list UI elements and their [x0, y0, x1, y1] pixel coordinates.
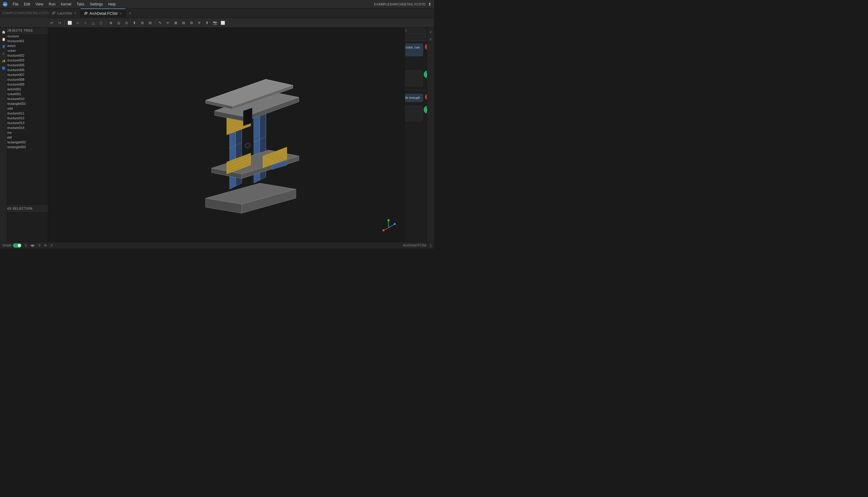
- status-page-num: 1: [430, 244, 432, 247]
- tree-item-label-16: Structure011: [5, 111, 24, 115]
- toolbar-sep-1: [65, 20, 65, 26]
- selection-label: NO SELECTION: [6, 207, 32, 210]
- tab-archdetail[interactable]: 🗗 ArchDetail.FCStd ✕: [81, 9, 126, 18]
- toolbar-copy[interactable]: ⧉: [139, 19, 146, 27]
- tree-item-label-4: Structure002: [5, 54, 24, 57]
- tab-launcher-icon: 🗗: [52, 11, 55, 15]
- status-num-1: 0: [25, 244, 27, 247]
- left-panel: ▼ OBJECTS TREE ›Structure›Structure001›S…: [0, 28, 48, 242]
- menu-bar: File Edit View Run Kernel Tabs Settings …: [10, 1, 118, 7]
- tree-item-label-14: Rectangle001: [5, 102, 26, 105]
- toolbar-paste[interactable]: ⊞: [146, 19, 154, 27]
- toolbar-triangle[interactable]: △: [89, 19, 97, 27]
- toolbar-snap2[interactable]: ◎: [115, 19, 122, 27]
- menu-view[interactable]: View: [33, 1, 46, 7]
- mode-label: Simple: [2, 244, 12, 247]
- sidebar-icon-fx[interactable]: ✨: [1, 58, 6, 64]
- right-icon-upload[interactable]: ⬆: [428, 29, 434, 35]
- sidebar-icon-home[interactable]: 🏠: [1, 29, 6, 35]
- tree-item-label-1: Structure001: [5, 39, 24, 43]
- building-model-svg: [166, 36, 335, 222]
- axes-indicator: [381, 218, 396, 233]
- svg-point-51: [382, 229, 384, 231]
- title-bar-right: EXAMPLES/ARCHDETAIL.FCSTD ⬆: [374, 2, 432, 6]
- toolbar-up[interactable]: ⬆: [204, 19, 211, 27]
- left-sidebar-icons: 🏠 📋 👤 ☰ ✨ 🔵: [0, 28, 7, 242]
- share-button[interactable]: ⬆: [428, 2, 432, 6]
- toolbar-select[interactable]: ⬜: [219, 19, 226, 27]
- toolbar-box2[interactable]: ▭: [74, 19, 81, 27]
- tree-item-label-19: Structure014: [5, 126, 24, 129]
- tree-item-label-6: Structure005: [5, 63, 24, 67]
- add-tab-button[interactable]: +: [126, 11, 135, 16]
- tree-item-label-7: Structure006: [5, 68, 24, 72]
- tree-item-label-22: Rectangle002: [5, 140, 26, 144]
- svg-marker-40: [243, 108, 252, 126]
- sidebar-icon-list[interactable]: ☰: [1, 51, 6, 57]
- toolbar-snap3[interactable]: ⊙: [123, 19, 130, 27]
- menu-settings[interactable]: Settings: [87, 1, 105, 7]
- toolbar-redo[interactable]: ↪: [56, 19, 63, 27]
- sidebar-icon-tree[interactable]: 📋: [1, 36, 6, 42]
- objects-tree-label: OBJECTS TREE: [6, 29, 33, 32]
- mode-toggle[interactable]: Simple: [2, 243, 22, 247]
- toolbar: ↩ ↪ ⬜ ▭ ○ △ ⬡ ⊕ ◎ ⊙ ⬆ ⧉ ⊞ ✎ ✏ ⊠ ⊞ ⚙ ✛ ⬆ …: [0, 18, 434, 28]
- app-logo: FC: [2, 1, 8, 7]
- toolbar-move[interactable]: ✛: [196, 19, 203, 27]
- tree-item-label-23: Rectangle003: [5, 145, 26, 149]
- right-sidebar-icons: ⬆ ⚙: [427, 28, 434, 242]
- tree-item-label-18: Structure013: [5, 121, 24, 125]
- toggle-thumb: [18, 244, 21, 247]
- tree-item-label-17: Structure012: [5, 116, 24, 120]
- tree-item-label-12: Pocket001: [5, 92, 21, 96]
- toolbar-pen[interactable]: ✎: [156, 19, 164, 27]
- tree-item-label-10: Structure009: [5, 83, 24, 86]
- svg-text:FC: FC: [4, 3, 7, 6]
- menu-run[interactable]: Run: [46, 1, 58, 7]
- menu-help[interactable]: Help: [106, 1, 118, 7]
- menu-tabs[interactable]: Tabs: [74, 1, 87, 7]
- status-refresh-icon[interactable]: ↺: [50, 244, 53, 247]
- tab-bar: EXAMPLES/ARCHDETAIL.FCSTD 🗗 Launcher ✕ 🗗…: [0, 9, 434, 18]
- tab-launcher-label: Launcher: [57, 11, 72, 15]
- toolbar-box[interactable]: ⬜: [66, 19, 73, 27]
- toolbar-undo[interactable]: ↩: [48, 19, 55, 27]
- menu-kernel[interactable]: Kernel: [58, 1, 74, 7]
- tab-launcher[interactable]: 🗗 Launcher ✕: [48, 9, 81, 18]
- tree-item-label-9: Structure008: [5, 78, 24, 81]
- menu-file[interactable]: File: [10, 1, 21, 7]
- svg-point-49: [388, 219, 390, 222]
- toolbar-circle[interactable]: ○: [82, 19, 89, 27]
- toolbar-grid[interactable]: ⊞: [180, 19, 187, 27]
- tab-launcher-close[interactable]: ✕: [74, 12, 76, 15]
- toolbar-snap[interactable]: ⊕: [107, 19, 114, 27]
- sidebar-icon-dot[interactable]: 🔵: [1, 65, 6, 71]
- viewport[interactable]: [96, 28, 405, 242]
- title-bar: FC File Edit View Run Kernel Tabs Settin…: [0, 0, 434, 9]
- svg-line-46: [389, 224, 395, 228]
- tree-item-label-13: Structure010: [5, 97, 24, 101]
- sidebar-icon-users[interactable]: 👤: [1, 43, 6, 49]
- toggle-track[interactable]: [13, 243, 22, 247]
- right-icon-gear[interactable]: ⚙: [428, 36, 434, 42]
- toolbar-poly[interactable]: ⬡: [97, 19, 104, 27]
- tab-archdetail-label: ArchDetail.FCStd: [89, 12, 117, 16]
- tree-item-label-8: Structure007: [5, 73, 24, 76]
- tab-archdetail-close[interactable]: ✕: [120, 12, 122, 15]
- tree-item-label-0: Structure: [5, 34, 19, 38]
- toolbar-gear[interactable]: ⚙: [188, 19, 195, 27]
- status-filename: ArchDetail.FCStd: [403, 244, 426, 247]
- svg-point-47: [394, 223, 396, 225]
- tree-item-label-5: Structure003: [5, 58, 24, 62]
- status-bar: Simple 0 ◀▶ 0 ⚙ ↺ ArchDetail.FCStd 1: [0, 242, 434, 248]
- toolbar-sep-3: [155, 20, 155, 26]
- title-filename: EXAMPLES/ARCHDETAIL.FCSTD: [374, 2, 425, 6]
- left-panel-label: EXAMPLES/ARCHDETAIL.FCSTD: [2, 12, 49, 15]
- toolbar-align[interactable]: ⬆: [131, 19, 138, 27]
- status-num-2: 0: [39, 244, 40, 247]
- toolbar-camera[interactable]: 📷: [211, 19, 219, 27]
- menu-edit[interactable]: Edit: [22, 1, 32, 7]
- toolbar-nodes[interactable]: ⊠: [172, 19, 179, 27]
- tree-item-label-11: Sketch001: [5, 87, 21, 91]
- toolbar-pen2[interactable]: ✏: [164, 19, 171, 27]
